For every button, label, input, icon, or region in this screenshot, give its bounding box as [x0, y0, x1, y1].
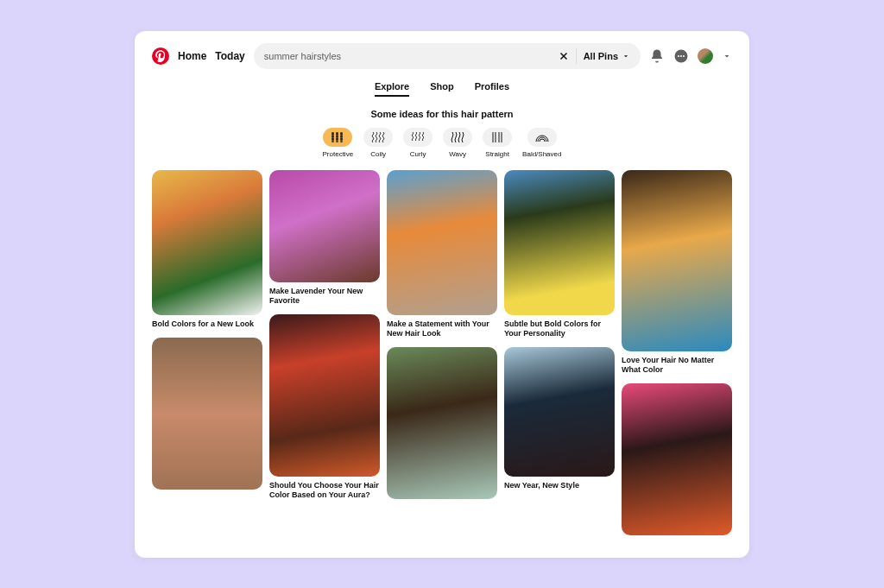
pin[interactable]: Subtle but Bold Colors for Your Personal… — [504, 170, 615, 339]
hair-pattern-icon — [483, 128, 512, 147]
hair-pattern-icon — [323, 128, 352, 147]
hair-pattern-icon — [363, 128, 393, 147]
chip-protective[interactable]: Protective — [323, 128, 354, 158]
notifications-icon[interactable] — [649, 48, 665, 64]
hair-pattern-icon — [527, 128, 557, 147]
chevron-down-icon — [622, 52, 630, 60]
search-input[interactable] — [264, 51, 552, 61]
messages-icon[interactable] — [673, 48, 689, 64]
chip-wavy[interactable]: Wavy — [443, 128, 472, 158]
pin-title: Make a Statement with Your New Hair Look — [387, 319, 497, 339]
tabs: Explore Shop Profiles — [152, 81, 732, 97]
svg-point-0 — [152, 47, 169, 65]
pin-image — [622, 383, 732, 535]
today-link[interactable]: Today — [215, 50, 244, 62]
pin-image — [387, 347, 497, 499]
chip-label: Bald/Shaved — [522, 150, 561, 158]
pin[interactable]: New Year, New Style — [504, 347, 615, 490]
chip-label: Straight — [485, 150, 509, 158]
pin-image — [504, 170, 615, 315]
pin[interactable]: Should You Choose Your Hair Color Based … — [269, 314, 380, 501]
tab-explore[interactable]: Explore — [375, 81, 409, 97]
pin[interactable] — [152, 338, 262, 490]
tab-shop[interactable]: Shop — [430, 81, 454, 97]
pin-image — [152, 170, 262, 315]
pin-image — [387, 170, 497, 315]
pin-image — [152, 338, 262, 490]
tab-profiles[interactable]: Profiles — [475, 81, 509, 97]
pin[interactable]: Make Lavender Your New Favorite — [269, 170, 380, 307]
chip-label: Wavy — [449, 150, 466, 158]
pin-title: Subtle but Bold Colors for Your Personal… — [504, 319, 615, 339]
chip-label: Curly — [410, 150, 426, 158]
ideas-title: Some ideas for this hair pattern — [152, 109, 732, 119]
pin-title: Should You Choose Your Hair Color Based … — [269, 481, 380, 501]
divider — [576, 48, 577, 64]
pin-title: Bold Colors for a New Look — [152, 319, 262, 329]
hair-pattern-chips: ProtectiveCoilyCurlyWavyStraightBald/Sha… — [152, 128, 732, 158]
avatar[interactable] — [698, 48, 713, 64]
chip-label: Coily — [370, 150, 386, 158]
pin-title: Make Lavender Your New Favorite — [269, 287, 380, 307]
pin[interactable]: Make a Statement with Your New Hair Look — [387, 170, 497, 339]
pin[interactable]: Love Your Hair No Matter What Color — [622, 170, 732, 376]
pin[interactable]: Bold Colors for a New Look — [152, 170, 262, 329]
filter-label: All Pins — [584, 51, 618, 61]
pinterest-logo-icon[interactable] — [152, 47, 169, 65]
home-link[interactable]: Home — [178, 50, 206, 62]
pin-title: New Year, New Style — [504, 481, 615, 490]
search-bar[interactable]: All Pins — [254, 43, 641, 69]
chip-curly[interactable]: Curly — [403, 128, 433, 158]
chip-bald-shaved[interactable]: Bald/Shaved — [522, 128, 561, 158]
svg-point-3 — [680, 55, 682, 57]
svg-point-2 — [678, 55, 679, 57]
pin[interactable] — [622, 383, 732, 535]
pin-image — [504, 347, 615, 477]
pin-image — [269, 314, 380, 477]
pin-title: Love Your Hair No Matter What Color — [622, 356, 732, 376]
svg-point-4 — [683, 55, 685, 57]
account-chevron-icon[interactable] — [722, 48, 732, 64]
app-window: Home Today All Pins Explore Shop Profile — [135, 31, 749, 558]
clear-icon[interactable] — [559, 51, 569, 61]
pin-image — [269, 170, 380, 282]
pin-grid: Bold Colors for a New LookMake Lavender … — [152, 170, 732, 536]
chip-straight[interactable]: Straight — [483, 128, 512, 158]
header: Home Today All Pins — [152, 43, 732, 69]
pin[interactable] — [387, 347, 497, 499]
hair-pattern-icon — [403, 128, 433, 147]
chip-coily[interactable]: Coily — [363, 128, 393, 158]
filter-dropdown[interactable]: All Pins — [584, 51, 630, 61]
chip-label: Protective — [323, 150, 354, 158]
pin-image — [622, 170, 732, 351]
hair-pattern-icon — [443, 128, 472, 147]
